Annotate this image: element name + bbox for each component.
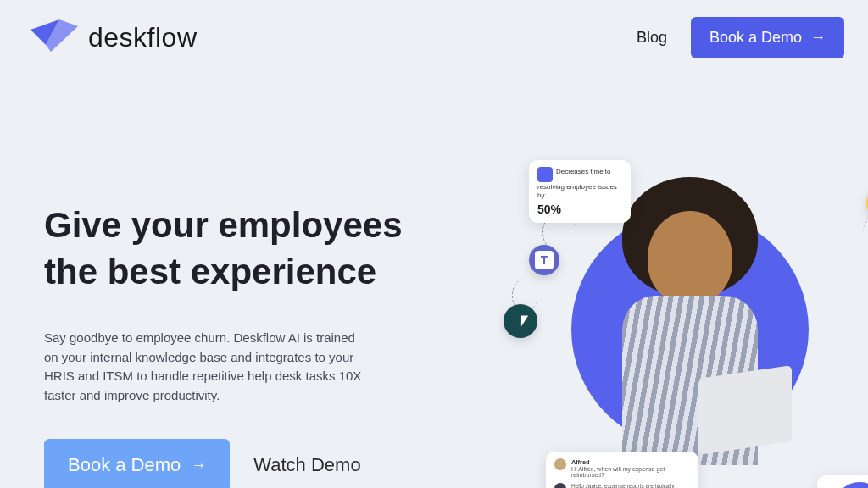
- person-illustration: [588, 177, 792, 482]
- top-nav: Blog Book a Demo →: [637, 17, 844, 58]
- watch-demo-link[interactable]: Watch Demo: [253, 454, 360, 476]
- hero-content: Give your employees the best experience …: [44, 202, 409, 488]
- book-demo-button-header[interactable]: Book a Demo →: [691, 17, 844, 58]
- hero-description: Say goodbye to employee churn. Deskflow …: [44, 329, 366, 405]
- stat-card-resolve-time: Decreases time to resolving employee iss…: [529, 160, 631, 223]
- hero-illustration: T ጢ Decreases time to resolving employee…: [504, 169, 868, 488]
- hero-section: Give your employees the best experience …: [0, 75, 868, 488]
- brand-logo[interactable]: deskflow: [31, 19, 198, 57]
- chat-card: Alfred Hi Alfred, when will my expense g…: [546, 452, 698, 488]
- blog-link[interactable]: Blog: [637, 29, 667, 47]
- hero-title: Give your employees the best experience: [44, 202, 409, 295]
- stat-card-satisfaction: Employee satisfaction 90%: [817, 475, 868, 488]
- book-demo-button-hero[interactable]: Book a Demo →: [44, 439, 230, 488]
- hero-actions: Book a Demo → Watch Demo: [44, 439, 409, 488]
- brand-text: deskflow: [88, 22, 198, 53]
- arrow-right-icon: →: [191, 457, 206, 474]
- clock-icon: [537, 167, 553, 182]
- logo-icon: [31, 19, 78, 57]
- avatar: [554, 458, 566, 470]
- connector-line: [863, 216, 868, 250]
- arrow-right-icon: →: [810, 29, 826, 47]
- teams-icon: T: [529, 245, 559, 275]
- laptop-icon: [698, 365, 792, 454]
- zendesk-icon: [504, 304, 537, 338]
- gauge-icon: [834, 482, 868, 488]
- avatar: [554, 483, 566, 488]
- cta-label: Book a Demo: [68, 454, 181, 476]
- stat-value: 50%: [537, 202, 622, 216]
- cta-label: Book a Demo: [709, 29, 802, 47]
- site-header: deskflow Blog Book a Demo →: [0, 0, 868, 75]
